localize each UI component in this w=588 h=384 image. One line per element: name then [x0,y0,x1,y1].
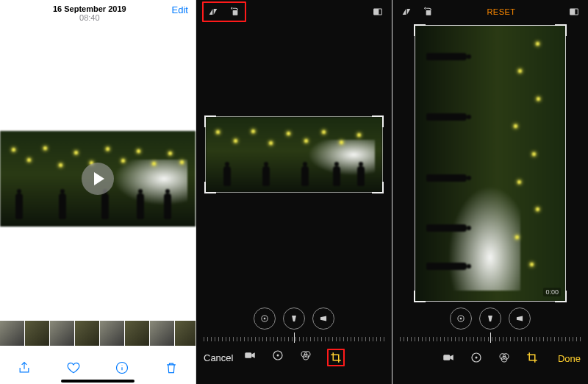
skew-buttons [392,307,588,330]
svg-rect-14 [570,9,576,15]
crop-tab[interactable] [327,349,345,366]
video-scrubber-strip[interactable] [0,321,196,346]
photo-time: 08:40 [53,13,126,22]
cancel-button[interactable]: Cancel [204,352,239,363]
svg-rect-12 [426,10,431,15]
crop-canvas[interactable]: 0:00 [392,21,588,306]
svg-point-19 [476,357,478,359]
vertical-skew-icon [289,313,299,324]
rotate-icon [229,6,241,18]
angle-ruler[interactable] [400,333,581,343]
crop-editor-rotated-screen: RESET [392,0,588,384]
adjust-icon [271,349,284,362]
video-icon [442,351,455,364]
flip-horizontal-icon [401,6,412,18]
crop-icon [526,351,539,364]
adjust-tab[interactable] [271,349,284,366]
crop-handle-tr[interactable] [372,115,384,127]
heart-icon [66,360,81,375]
photos-header: 16 September 2019 08:40 Edit [0,0,196,26]
edit-mode-tabs [239,349,349,366]
reset-button[interactable]: RESET [487,7,515,16]
editor-toolbar: . Done [392,351,588,366]
aspect-ratio-button[interactable] [370,4,386,20]
crop-handle-br[interactable] [555,291,567,302]
video-tab[interactable] [243,349,257,366]
crop-icon [329,351,343,364]
horizontal-skew-button[interactable] [312,307,334,330]
play-icon[interactable] [82,163,114,195]
crop-handle-bl[interactable] [414,291,426,302]
video-preview[interactable] [0,131,196,227]
flip-horizontal-icon [207,6,219,18]
photo-timestamp: 16 September 2019 08:40 [53,4,126,22]
flip-horizontal-button[interactable] [205,4,221,20]
aspect-ratio-icon [568,6,580,18]
trash-button[interactable] [164,360,179,375]
svg-rect-5 [264,318,265,319]
crop-handle-bl[interactable] [204,182,216,193]
crop-editor-screen: Cancel [196,0,392,384]
photo-date: 16 September 2019 [53,4,126,13]
horizontal-skew-button[interactable] [509,307,531,330]
rotate-icon [423,6,434,18]
adjust-icon [470,351,483,364]
video-tab[interactable] [442,351,455,366]
horizontal-skew-icon [514,313,525,324]
straighten-button[interactable] [450,307,472,330]
aspect-ratio-icon [372,6,384,18]
flip-horizontal-button[interactable] [398,4,415,20]
skew-buttons [196,307,392,330]
crop-header [196,0,392,21]
crop-handle-tr[interactable] [555,24,567,36]
crop-frame[interactable]: 0:00 [415,25,566,302]
filters-icon [299,349,312,362]
crop-frame[interactable] [205,116,383,193]
svg-point-8 [277,355,279,357]
info-button[interactable] [115,360,129,375]
vertical-skew-button[interactable] [283,307,305,330]
rotate-button[interactable] [420,4,437,20]
straighten-icon [456,313,466,324]
edit-mode-tabs [435,351,545,366]
svg-rect-16 [460,318,462,319]
svg-rect-17 [443,355,450,360]
editor-toolbar: Cancel [196,349,392,366]
trash-icon [164,360,179,375]
crop-image [206,117,382,192]
svg-rect-3 [374,9,379,15]
crop-image-rotated [415,26,565,301]
highlight-flip-rotate [202,1,246,22]
vertical-skew-button[interactable] [479,307,501,330]
filters-tab[interactable] [498,351,511,366]
highlight-crop-tab [327,349,345,366]
crop-canvas[interactable] [196,21,392,306]
angle-ruler[interactable] [204,333,384,343]
crop-handle-tl[interactable] [204,115,216,127]
photos-viewer-screen: 16 September 2019 08:40 Edit [0,0,196,384]
straighten-icon [259,313,270,324]
video-icon [243,349,257,362]
crop-tab[interactable] [526,351,539,366]
straighten-button[interactable] [254,307,276,330]
horizontal-skew-icon [318,313,329,324]
aspect-ratio-button[interactable] [566,4,582,20]
crop-handle-br[interactable] [372,182,384,193]
rotate-button[interactable] [227,4,243,20]
filters-tab[interactable] [299,349,312,366]
adjust-tab[interactable] [470,351,483,366]
done-button[interactable]: Done [545,353,581,364]
share-icon [17,360,32,375]
share-button[interactable] [17,360,32,375]
home-indicator[interactable] [61,380,135,383]
info-icon [115,360,129,375]
crop-handle-tl[interactable] [414,24,426,36]
crop-header: RESET [392,0,588,21]
svg-rect-1 [233,10,238,15]
filters-icon [498,351,511,364]
svg-rect-6 [245,352,251,358]
vertical-skew-icon [485,313,495,324]
edit-button[interactable]: Edit [172,4,188,15]
photos-action-bar [0,360,196,375]
favorite-button[interactable] [66,360,81,375]
